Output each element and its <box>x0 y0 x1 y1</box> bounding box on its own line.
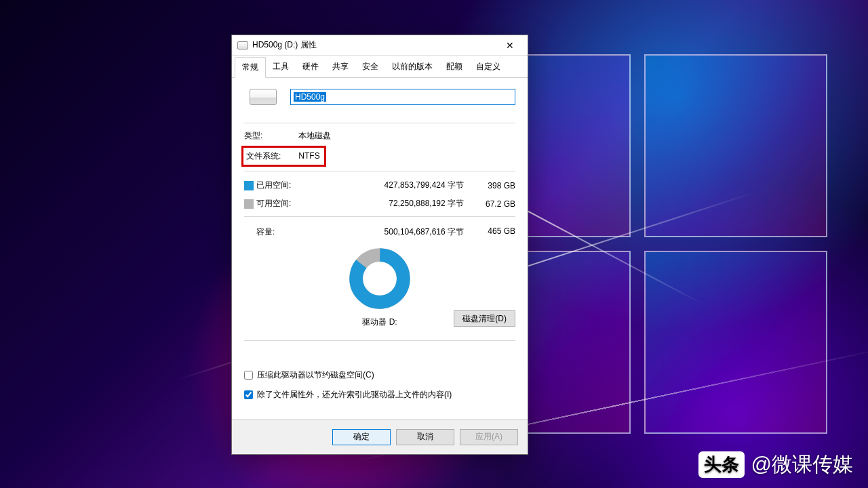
drive-big-icon <box>250 89 277 105</box>
dialog-footer: 确定 取消 应用(A) <box>232 419 528 454</box>
used-label: 已用空间: <box>256 180 302 191</box>
drive-name-input[interactable]: HD500g <box>290 89 515 105</box>
index-label: 除了文件属性外，还允许索引此驱动器上文件的内容(I) <box>257 389 452 401</box>
tab-custom[interactable]: 自定义 <box>469 57 507 77</box>
tab-hardware[interactable]: 硬件 <box>296 57 326 77</box>
ok-button[interactable]: 确定 <box>332 429 391 445</box>
tab-sharing[interactable]: 共享 <box>326 57 355 77</box>
tab-tools[interactable]: 工具 <box>266 57 296 77</box>
drive-name-value: HD500g <box>294 92 326 102</box>
cancel-button[interactable]: 取消 <box>396 429 454 445</box>
watermark: 头条 @微课传媒 <box>698 451 853 479</box>
compress-checkbox[interactable] <box>244 371 253 380</box>
disk-cleanup-button[interactable]: 磁盘清理(D) <box>454 310 515 327</box>
filesystem-highlight: 文件系统: NTFS <box>241 146 326 167</box>
tab-previous[interactable]: 以前的版本 <box>385 57 439 77</box>
type-label: 类型: <box>244 130 298 142</box>
free-bytes: 72,250,888,192 字节 <box>302 198 468 209</box>
used-swatch-icon <box>244 181 254 190</box>
drive-letter-label: 驱动器 D: <box>362 317 397 328</box>
used-human: 398 GB <box>468 181 515 190</box>
watermark-badge: 头条 <box>698 451 745 478</box>
compress-checkbox-row[interactable]: 压缩此驱动器以节约磁盘空间(C) <box>244 369 515 381</box>
tab-quota[interactable]: 配额 <box>439 57 469 77</box>
window-title: HD500g (D:) 属性 <box>252 39 496 51</box>
apply-button[interactable]: 应用(A) <box>460 429 518 445</box>
tab-security[interactable]: 安全 <box>355 57 385 77</box>
type-value: 本地磁盘 <box>298 130 515 142</box>
watermark-handle: @微课传媒 <box>751 451 853 479</box>
capacity-bytes: 500,104,687,616 字节 <box>302 226 468 238</box>
tab-general[interactable]: 常规 <box>235 57 266 78</box>
close-button[interactable]: ✕ <box>496 36 524 55</box>
titlebar[interactable]: HD500g (D:) 属性 ✕ <box>232 35 528 56</box>
free-human: 67.2 GB <box>468 199 515 209</box>
drive-icon <box>237 41 248 49</box>
index-checkbox[interactable] <box>244 390 253 399</box>
capacity-label: 容量: <box>244 226 302 238</box>
used-bytes: 427,853,799,424 字节 <box>302 180 468 191</box>
fs-value: NTFS <box>298 151 319 161</box>
usage-donut-chart <box>349 247 411 310</box>
capacity-human: 465 GB <box>468 226 515 238</box>
tab-strip: 常规 工具 硬件 共享 安全 以前的版本 配额 自定义 <box>232 57 528 78</box>
fs-label: 文件系统: <box>246 150 296 162</box>
drive-properties-dialog: HD500g (D:) 属性 ✕ 常规 工具 硬件 共享 安全 以前的版本 配额… <box>231 35 528 455</box>
index-checkbox-row[interactable]: 除了文件属性外，还允许索引此驱动器上文件的内容(I) <box>244 389 515 401</box>
free-label: 可用空间: <box>256 198 302 209</box>
free-swatch-icon <box>244 199 254 209</box>
compress-label: 压缩此驱动器以节约磁盘空间(C) <box>257 369 374 381</box>
